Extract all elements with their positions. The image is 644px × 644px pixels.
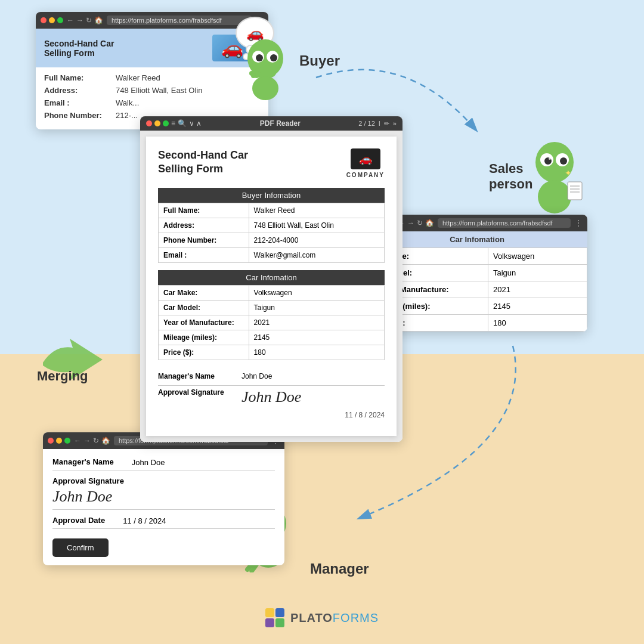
- dot-green[interactable]: [57, 17, 63, 23]
- svg-point-17: [538, 180, 571, 213]
- pdf-signature-section: Manager's Name John Doe Approval Signatu…: [158, 367, 385, 424]
- pdf-buyer-section-header: Buyer Infomation: [158, 188, 385, 203]
- platoforms-text: PLATOFORMS: [290, 611, 379, 625]
- manager-name-field: Manager's Name John Doe: [52, 457, 275, 470]
- manager-dot-green[interactable]: [64, 438, 70, 444]
- manager-dot-red[interactable]: [48, 438, 54, 444]
- confirm-button[interactable]: Confirm: [52, 538, 109, 557]
- form-field-address: Address: 748 Elliott Wall, East Olin: [44, 86, 260, 95]
- platoforms-logo: PLATOFORMS: [265, 608, 379, 627]
- form-window: ← → ↻ 🏠 https://form.platoforms.com/frab…: [36, 12, 268, 129]
- dot-yellow[interactable]: [49, 17, 55, 23]
- pdf-page: Second-Hand Car Selling Form 🚗 COMPANY B…: [146, 137, 397, 436]
- manager-dot-yellow[interactable]: [56, 438, 62, 444]
- pdf-window: ≡ 🔍 ∨ ∧ PDF Reader 2 / 12 I ✏ » Second-H…: [140, 116, 402, 442]
- pdf-manager-name-row: Manager's Name John Doe: [158, 372, 385, 380]
- pdf-form-title: Second-Hand Car Selling Form: [158, 148, 248, 177]
- manager-signature-field: Approval Signature John Doe: [52, 476, 275, 510]
- pdf-traffic-lights: [146, 120, 169, 126]
- browser-nav: ← → ↻ 🏠: [67, 16, 103, 24]
- car-browser-menu-icon[interactable]: ⋮: [574, 218, 583, 228]
- form-url[interactable]: https://form.platoforms.com/frabsdfsdf: [107, 16, 252, 25]
- table-row: Year of Manufacture: 2021: [159, 315, 385, 330]
- manager-browser-nav: ← → ↻ 🏠: [74, 436, 110, 445]
- svg-rect-19: [568, 182, 582, 200]
- car-info-url[interactable]: https://form.platoforms.com/frabsdfsdf: [438, 218, 571, 228]
- pdf-company: 🚗 COMPANY: [346, 148, 385, 178]
- traffic-lights: [41, 17, 63, 23]
- merging-label: Merging: [37, 369, 88, 384]
- table-row: Car Model: Taigun: [159, 301, 385, 315]
- svg-point-6: [252, 76, 278, 100]
- pdf-buyer-table: Full Name: Walker Reed Address: 748 Elli…: [158, 203, 385, 263]
- logo-cell-green: [275, 618, 284, 627]
- merging-arrow: [37, 333, 132, 398]
- pdf-toolbar: ≡ 🔍 ∨ ∧ PDF Reader 2 / 12 I ✏ »: [140, 116, 402, 131]
- svg-point-16: [549, 157, 551, 160]
- form-header-banner: Second-Hand Car Selling Form: [36, 29, 268, 67]
- pdf-date: 11 / 8 / 2024: [158, 411, 385, 419]
- logo-cell-yellow: [265, 608, 274, 617]
- form-header-title: Second-Hand Car Selling Form: [44, 39, 114, 58]
- form-toolbar: ← → ↻ 🏠 https://form.platoforms.com/frab…: [36, 12, 268, 29]
- dot-red[interactable]: [41, 17, 47, 23]
- manager-label: Manager: [310, 561, 369, 577]
- manager-window: ← → ↻ 🏠 https://form.platoforms.com/frab…: [43, 432, 284, 565]
- logo-cell-purple: [265, 618, 274, 627]
- form-field-email: Email : Walk...: [44, 98, 260, 107]
- pdf-page-header: Second-Hand Car Selling Form 🚗 COMPANY: [158, 148, 385, 178]
- buyer-alien: [242, 36, 289, 107]
- form-field-fullname: Full Name: Walker Reed: [44, 73, 260, 82]
- platoforms-icon: [265, 608, 284, 627]
- buyer-label: Buyer: [299, 52, 340, 69]
- pdf-dot-green[interactable]: [163, 120, 169, 126]
- svg-point-10: [252, 69, 256, 74]
- table-row: Car Make: Volkswagen: [159, 286, 385, 301]
- pdf-car-section-header: Car Infomation: [158, 270, 385, 285]
- table-row: Phone Number: 212-204-4000: [159, 233, 385, 248]
- table-row: Price ($): 180: [159, 345, 385, 360]
- pdf-company-logo: 🚗: [351, 148, 380, 169]
- logo-cell-blue: [275, 608, 284, 617]
- manager-date-field: Approval Date 11 / 8 / 2024: [52, 516, 275, 529]
- manager-traffic-lights: [48, 438, 70, 444]
- table-row: Email : Walker@gmail.com: [159, 248, 385, 263]
- salesperson-label: Sales person: [489, 161, 532, 193]
- pdf-body: Second-Hand Car Selling Form 🚗 COMPANY B…: [140, 131, 402, 442]
- table-row: Mileage (miles): 2145: [159, 330, 385, 345]
- svg-point-3: [256, 54, 263, 61]
- table-row: Address: 748 Elliott Wall, East Olin: [159, 218, 385, 233]
- pdf-dot-yellow[interactable]: [154, 120, 160, 126]
- car-browser-nav: ← → ↻ 🏠: [398, 219, 434, 227]
- salesperson-alien: ✦: [525, 137, 584, 221]
- pdf-signature-row: Approval Signature John Doe: [158, 388, 385, 406]
- manager-body: Manager's Name John Doe Approval Signatu…: [43, 449, 284, 565]
- svg-text:✦: ✦: [565, 168, 572, 178]
- table-row: Full Name: Walker Reed: [159, 203, 385, 218]
- svg-point-15: [560, 157, 567, 165]
- pdf-dot-red[interactable]: [146, 120, 152, 126]
- svg-point-4: [270, 54, 277, 61]
- pdf-car-table: Car Make: Volkswagen Car Model: Taigun Y…: [158, 285, 385, 360]
